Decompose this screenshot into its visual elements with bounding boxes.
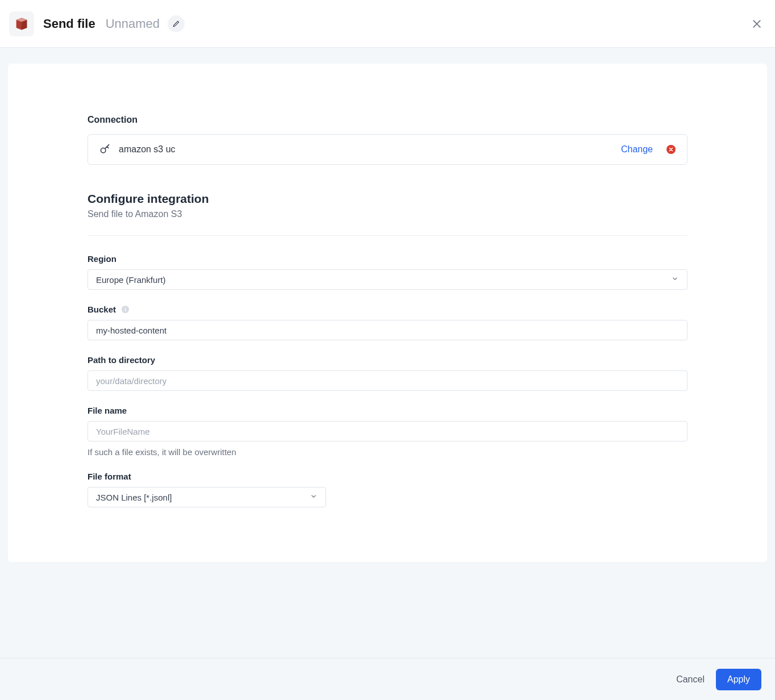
dialog-title: Send file [43, 16, 95, 31]
integration-logo [9, 11, 34, 36]
close-icon [751, 18, 763, 30]
bucket-label: Bucket [88, 305, 116, 314]
format-value: JSON Lines [*.jsonl] [96, 493, 172, 502]
dialog-header: Send file Unnamed [0, 0, 775, 48]
change-connection-button[interactable]: Change [621, 144, 653, 155]
connection-section-label: Connection [88, 115, 688, 125]
path-input-wrapper [88, 370, 688, 391]
region-value: Europe (Frankfurt) [96, 275, 166, 285]
region-field: Region Europe (Frankfurt) [88, 254, 688, 290]
bucket-input-wrapper [88, 320, 688, 340]
pencil-icon [172, 20, 180, 28]
chevron-down-icon [310, 493, 318, 502]
format-field: File format JSON Lines [*.jsonl] [88, 472, 688, 507]
region-label: Region [88, 254, 688, 264]
format-select[interactable]: JSON Lines [*.jsonl] [88, 487, 326, 507]
close-button[interactable] [749, 16, 765, 32]
path-input[interactable] [96, 376, 679, 386]
info-icon[interactable]: i [120, 305, 130, 314]
path-field: Path to directory [88, 355, 688, 391]
remove-connection-button[interactable] [666, 145, 676, 154]
configure-subtitle: Send file to Amazon S3 [88, 209, 688, 219]
filename-label: File name [88, 406, 688, 415]
s3-icon [14, 16, 30, 32]
configure-title: Configure integration [88, 192, 688, 206]
key-icon [99, 144, 111, 155]
cancel-button[interactable]: Cancel [676, 674, 705, 685]
error-circle-icon [666, 145, 676, 154]
dialog-body: Connection amazon s3 uc Change Configure… [0, 48, 775, 562]
filename-helper: If such a file exists, it will be overwr… [88, 447, 688, 457]
edit-name-button[interactable] [168, 15, 185, 32]
path-label: Path to directory [88, 355, 688, 365]
config-card: Connection amazon s3 uc Change Configure… [8, 64, 767, 562]
bucket-input[interactable] [96, 326, 679, 335]
bucket-field: Bucket i [88, 305, 688, 340]
dialog-footer: Cancel Apply [0, 658, 775, 700]
chevron-down-icon [671, 275, 679, 285]
svg-text:i: i [124, 307, 126, 312]
filename-field: File name If such a file exists, it will… [88, 406, 688, 457]
filename-input-wrapper [88, 421, 688, 441]
format-label: File format [88, 472, 688, 481]
divider [88, 235, 688, 236]
dialog-subtitle: Unnamed [106, 16, 160, 31]
connection-name: amazon s3 uc [119, 144, 176, 155]
connection-box: amazon s3 uc Change [88, 134, 688, 165]
region-select[interactable]: Europe (Frankfurt) [88, 269, 688, 290]
apply-button[interactable]: Apply [716, 669, 761, 690]
filename-input[interactable] [96, 427, 679, 436]
